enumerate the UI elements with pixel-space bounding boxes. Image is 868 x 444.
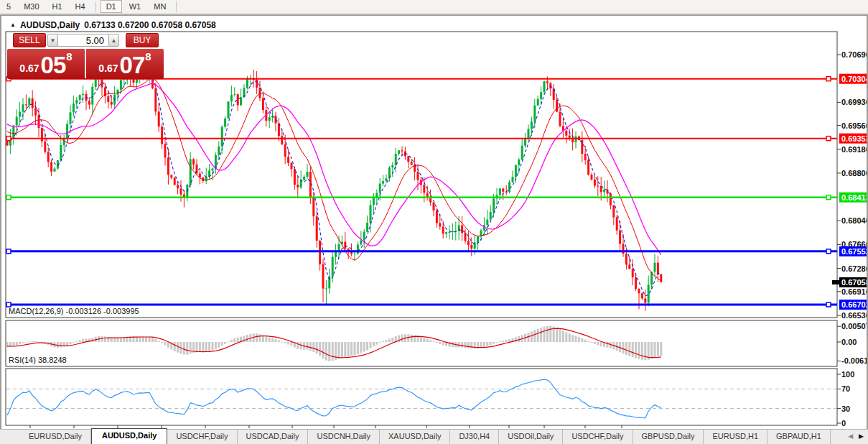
macd-histogram-bar [407,334,409,342]
chart-tab-eurusd-daily[interactable]: EURUSD,Daily [20,430,91,444]
level-line-handle[interactable] [826,137,831,141]
sell-price-button[interactable]: 0.67058 [7,49,85,79]
chart-tab-usdchf-daily[interactable]: USDCHF,Daily [167,430,237,444]
timeframe-button-w1[interactable]: W1 [123,0,147,13]
candle-body [401,150,403,151]
chart-tab-eurusd-h1[interactable]: EURUSD,H1 [704,430,767,444]
level-price-badge-label: 0.67552 [841,247,867,256]
macd-histogram-bar [347,342,350,356]
timeframe-button-h4[interactable]: H4 [70,0,91,13]
level-line-handle[interactable] [6,137,11,141]
candle-body [616,217,618,230]
candle-body [246,78,248,88]
level-line-handle[interactable] [6,195,11,200]
candle-body [28,98,30,105]
candle-body [6,141,9,145]
macd-histogram-bar [16,342,18,346]
chart-tab-usdchf-daily[interactable]: USDCHF,Daily [563,430,633,444]
candle-body [638,289,640,293]
macd-histogram-bar [543,327,546,342]
macd-histogram-bar [224,342,226,344]
current-price-pointer [832,280,839,285]
macd-histogram-bar [388,338,391,342]
buy-price-button[interactable]: 0.67078 [86,49,164,79]
macd-histogram-bar [149,337,151,342]
sell-button[interactable]: SELL [13,33,46,47]
macd-histogram-bar [465,342,467,348]
candle-body [107,96,109,102]
macd-histogram-bar [559,329,561,342]
candle-body [16,116,18,125]
macd-histogram-bar [490,342,492,345]
volume-increase-button[interactable]: ▲ [108,34,119,47]
level-line-handle[interactable] [826,77,831,81]
macd-histogram-bar [202,342,204,352]
macd-histogram-bar [654,342,656,357]
chart-tab-usdoil-daily[interactable]: USDOil,Daily [499,430,563,444]
macd-histogram-bar [363,342,365,352]
candle-body [559,112,561,126]
chart-tab-xauusd-daily[interactable]: XAUUSD,Daily [380,430,450,444]
candle-body [543,81,546,92]
rsi-axis-label: 30 [841,404,850,413]
macd-histogram-bar [370,342,372,348]
timeframe-button-h1[interactable]: H1 [47,0,68,13]
tabs-scroll-left-icon[interactable]: ◀ [848,433,853,440]
macd-histogram-bar [644,342,646,360]
macd-histogram-bar [82,339,84,342]
macd-histogram-bar [581,338,583,342]
candle-body [75,100,78,103]
candle-body [619,231,621,244]
candle-body [269,117,271,121]
candle-body [569,136,571,138]
timeframe-toolbar: 5M30H1H4D1W1MN [0,0,868,14]
price-axis-label: 0.68040 [841,216,867,225]
candle-body [79,95,81,100]
level-line-handle[interactable] [826,195,831,200]
macd-histogram-bar [660,342,662,356]
level-line-handle[interactable] [6,249,11,254]
macd-histogram-bar [316,342,318,353]
candle-body [47,152,50,162]
timeframe-button-d1[interactable]: D1 [101,0,122,13]
candle-body [644,298,646,302]
macd-histogram-bar [433,341,435,342]
candle-body [508,182,510,192]
chart-tab-usdcnh-daily[interactable]: USDCNH,Daily [308,430,380,444]
chart-tab-dj30-h4[interactable]: DJ30,H4 [450,430,499,444]
chart-tab-gbpusd-daily[interactable]: GBPUSD,Daily [633,430,704,444]
macd-histogram-bar [297,342,299,348]
level-line-handle[interactable] [826,249,831,254]
candle-body [610,194,612,205]
chart-tab-gbpaud-h1[interactable]: GBPAUD,H1 [767,430,831,444]
buy-price-pip: 8 [145,51,151,62]
macd-histogram-bar [470,342,472,348]
candle-body [499,189,501,195]
macd-histogram-bar [79,340,81,342]
collapse-trade-panel-icon[interactable]: ▲ [10,22,16,28]
candle-body [233,94,235,95]
chart-symbol-label: AUDUSD,Daily [20,20,80,30]
candle-body [19,112,21,117]
buy-button[interactable]: BUY [126,33,159,47]
candle-body [161,126,163,144]
sell-price-pip: 8 [66,51,72,62]
macd-histogram-bar [218,342,220,348]
timeframe-button-5[interactable]: 5 [1,0,17,13]
candle-body [660,274,662,282]
toolbar-separator [176,1,177,12]
candle-body [230,95,233,101]
candle-body [528,129,530,139]
volume-decrease-button[interactable]: ▼ [47,34,58,47]
chart-tab-audusd-daily[interactable]: AUDUSD,Daily [91,428,167,444]
timeframe-button-mn[interactable]: MN [148,0,172,13]
tabs-scroll-right-icon[interactable]: ▶ [859,433,864,440]
rsi-panel [6,369,837,425]
candle-body [117,90,119,95]
volume-input[interactable] [58,34,108,47]
level-line-handle[interactable] [826,302,831,307]
candle-body [192,159,195,165]
chart-tab-usdcad-daily[interactable]: USDCAD,Daily [238,430,309,444]
candle-body [316,216,318,241]
timeframe-button-m30[interactable]: M30 [18,0,45,13]
